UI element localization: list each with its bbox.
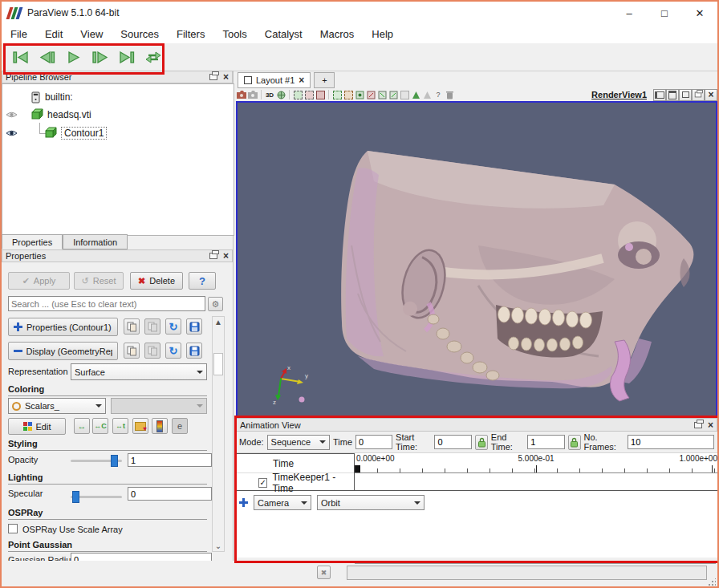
select-block-icon[interactable] xyxy=(388,89,399,100)
resize-grip[interactable] xyxy=(708,578,716,586)
interactive-select-points-icon[interactable] xyxy=(354,89,365,100)
menu-edit[interactable]: Edit xyxy=(36,28,71,40)
timekeeper-track[interactable] xyxy=(355,472,717,491)
menu-catalyst[interactable]: Catalyst xyxy=(256,28,311,40)
color-component-dropdown[interactable] xyxy=(111,398,207,414)
visibility-eye-icon[interactable] xyxy=(6,129,18,137)
loop-button[interactable] xyxy=(144,47,163,67)
edit-color-map-button[interactable]: Edit xyxy=(8,418,66,435)
pipeline-item-builtin[interactable]: builtin: xyxy=(31,89,73,105)
menu-macros[interactable]: Macros xyxy=(311,28,364,40)
display-expander[interactable]: Display (GeometryRep xyxy=(8,342,118,360)
toggle-2d3d-icon[interactable]: 3D xyxy=(264,89,275,100)
menu-tools[interactable]: Tools xyxy=(213,28,255,40)
grow-selection-icon[interactable] xyxy=(410,89,421,100)
show-color-legend-button[interactable] xyxy=(152,418,168,434)
representation-dropdown[interactable]: Surface xyxy=(71,363,207,380)
track-row-time[interactable]: Time xyxy=(236,454,354,473)
split-horizontal-icon[interactable] xyxy=(653,89,666,101)
reset-button[interactable]: ↺ Reset xyxy=(74,272,124,290)
split-vertical-icon[interactable] xyxy=(666,89,679,101)
opacity-slider-thumb[interactable] xyxy=(111,455,118,467)
interactive-select-cells-icon[interactable] xyxy=(343,89,354,100)
save-defaults-button[interactable] xyxy=(186,318,202,335)
visibility-eye-icon[interactable] xyxy=(6,111,18,119)
reset-display-button[interactable]: ↻ xyxy=(165,343,181,359)
trash-icon[interactable] xyxy=(444,89,455,100)
zoom-to-box-icon[interactable] xyxy=(331,89,343,100)
end-time-lock-button[interactable] xyxy=(568,435,580,450)
timekeeper-checkbox[interactable]: ✓ xyxy=(258,478,267,488)
mode-dropdown[interactable]: Sequence xyxy=(267,435,330,450)
scrollbar-thumb[interactable] xyxy=(213,353,223,375)
select-cells-on-icon[interactable] xyxy=(292,89,303,100)
play-button[interactable] xyxy=(64,47,83,67)
apply-button[interactable]: ✔ Apply xyxy=(8,272,70,290)
specular-input[interactable] xyxy=(128,487,212,501)
tab-information[interactable]: Information xyxy=(63,234,128,249)
time-input[interactable] xyxy=(355,435,392,449)
opacity-input[interactable] xyxy=(128,453,212,467)
scroll-down-icon[interactable]: ⌄ xyxy=(215,541,221,550)
properties-scrollbar[interactable]: ▲ ⌄ xyxy=(212,316,225,552)
float-panel-icon[interactable] xyxy=(209,74,217,80)
scroll-up-icon[interactable]: ▲ xyxy=(214,318,222,326)
maximize-button[interactable]: □ xyxy=(647,2,682,24)
menu-file[interactable]: File xyxy=(2,28,36,40)
close-panel-icon[interactable]: × xyxy=(223,252,229,260)
close-view-icon[interactable]: × xyxy=(705,89,717,101)
animation-property-dropdown[interactable]: Orbit xyxy=(317,495,424,510)
capture-screenshot-icon[interactable] xyxy=(247,89,258,100)
float-panel-icon[interactable] xyxy=(209,253,217,259)
next-frame-button[interactable] xyxy=(91,47,110,67)
pipeline-item-contour1[interactable]: Contour1 xyxy=(6,125,107,141)
tab-properties[interactable]: Properties xyxy=(2,234,63,249)
rescale-custom-range-button[interactable]: ↔C xyxy=(92,418,108,434)
reset-defaults-button[interactable]: ↻ xyxy=(165,318,181,335)
animation-proxy-dropdown[interactable]: Camera xyxy=(254,495,311,510)
start-time-lock-button[interactable] xyxy=(475,435,487,450)
color-array-dropdown[interactable]: Scalars_ xyxy=(8,398,106,414)
menu-filters[interactable]: Filters xyxy=(168,28,213,40)
menu-sources[interactable]: Sources xyxy=(112,28,168,40)
close-panel-icon[interactable]: × xyxy=(223,73,229,81)
paste-properties-button[interactable] xyxy=(144,318,160,335)
start-time-input[interactable] xyxy=(434,435,472,449)
reset-camera-icon[interactable] xyxy=(236,89,247,100)
frames-input[interactable] xyxy=(628,435,714,449)
tab-layout1[interactable]: Layout #1 × xyxy=(238,72,311,88)
globe-icon[interactable] xyxy=(275,89,286,100)
select-frustum-cells-icon[interactable] xyxy=(315,89,326,100)
hover-points-icon[interactable] xyxy=(376,89,388,100)
choose-preset-button[interactable]: ♥ xyxy=(132,418,148,434)
help-button[interactable]: ? xyxy=(189,272,216,290)
timeline-playhead[interactable] xyxy=(355,465,360,472)
search-input[interactable] xyxy=(8,296,205,311)
search-options-button[interactable]: ⚙ xyxy=(208,297,223,311)
specular-slider-thumb[interactable] xyxy=(72,491,79,503)
horizontal-scrollbar[interactable] xyxy=(347,566,707,580)
rescale-data-range-button[interactable]: ↔ xyxy=(74,418,90,434)
render-view[interactable]: x y z xyxy=(236,101,717,417)
opacity-slider[interactable] xyxy=(71,460,122,462)
menu-view[interactable]: View xyxy=(71,28,112,40)
minimize-button[interactable]: – xyxy=(611,2,647,24)
properties-contour1-expander[interactable]: Properties (Contour1) xyxy=(8,318,118,336)
save-display-button[interactable] xyxy=(186,343,202,359)
menu-help[interactable]: Help xyxy=(363,28,402,40)
ospray-checkbox[interactable] xyxy=(8,524,18,533)
first-frame-button[interactable] xyxy=(11,47,30,67)
add-track-plus-icon[interactable] xyxy=(239,498,248,507)
clear-selection-icon[interactable] xyxy=(399,89,410,100)
close-tab-icon[interactable]: × xyxy=(299,76,304,84)
previous-frame-button[interactable] xyxy=(38,47,57,67)
shrink-selection-icon[interactable] xyxy=(421,89,433,100)
selection-help-icon[interactable]: ? xyxy=(433,89,444,100)
copy-display-button[interactable] xyxy=(124,343,140,359)
hover-cells-icon[interactable] xyxy=(365,89,376,100)
timeline-ruler[interactable]: 0.000e+00 5.000e-01 1.000e+00 xyxy=(355,453,717,472)
paste-display-button[interactable] xyxy=(144,343,160,359)
rescale-temporal-range-button[interactable]: ↔t xyxy=(112,418,128,434)
add-layout-tab[interactable]: + xyxy=(314,72,335,88)
float-panel-icon[interactable] xyxy=(694,422,702,428)
